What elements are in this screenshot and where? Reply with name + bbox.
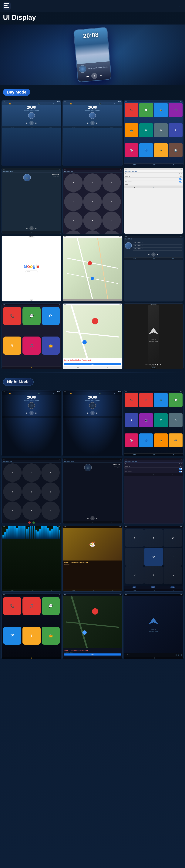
night-nav-4[interactable]: ⚙ (53, 393, 54, 395)
dial-9[interactable]: 9 (102, 212, 121, 230)
night-carplay-maps[interactable]: 🗺 (3, 627, 21, 645)
night-app-radio[interactable]: 📻 (154, 433, 168, 447)
nav-icon-6[interactable]: 🎵 (85, 103, 86, 104)
night-nav-3[interactable]: 📺 (38, 393, 40, 395)
turn-arrow-r[interactable]: → (163, 548, 182, 565)
play-btn-2[interactable]: ⏸ (90, 121, 95, 125)
app-maps[interactable]: 🗺 (139, 123, 153, 137)
night-nav-8[interactable]: ⚙ (114, 393, 115, 395)
night-nav-5[interactable]: 📻 (70, 393, 72, 395)
app-chat[interactable]: 💬 (139, 103, 153, 117)
night-carplay-music[interactable]: 🎵 (23, 597, 41, 615)
night-app-camera[interactable]: 📷 (139, 413, 153, 427)
night-app-maps[interactable]: 🗺 (154, 413, 168, 427)
app-storage[interactable]: 💾 (168, 143, 183, 157)
night-app-phone[interactable]: 📞 (125, 393, 138, 407)
turn-arrow-br[interactable]: ↘ (163, 566, 182, 584)
nav-apps-gps[interactable]: GPS (153, 164, 155, 165)
night-bt-prev[interactable]: ⏮ (87, 517, 89, 519)
night-carplay-messages[interactable]: 💬 (42, 597, 60, 615)
dial-2[interactable]: 2 (83, 174, 102, 192)
app-wifi[interactable]: 🔵 (139, 143, 153, 157)
night-answer-call[interactable]: 📞 (32, 522, 35, 524)
bt-prev[interactable]: ⏮ (26, 227, 28, 229)
nav-icon-7[interactable]: 📺 (99, 103, 101, 104)
prev-btn-1[interactable]: ⏮ (26, 122, 28, 124)
night-dial-5[interactable]: 5 (22, 483, 41, 501)
nav-apps-bt[interactable]: BT (173, 164, 174, 165)
nav-opt-3[interactable]: AUTO (170, 586, 175, 588)
social-next[interactable]: ⏭ (157, 254, 159, 256)
carplay-phone[interactable]: 📞 (3, 307, 21, 325)
nav-icon-2[interactable]: 🎵 (23, 103, 25, 104)
social-track-1[interactable]: 华乐_01.网络.mp3 (133, 242, 182, 245)
dial-6[interactable]: 6 (102, 192, 121, 211)
social-track-3[interactable]: 华乐_01.网络.mp3 (133, 248, 182, 251)
app-radio2[interactable]: 📻 (154, 143, 168, 157)
dial-star[interactable]: * (64, 230, 83, 234)
night-not-playing-next[interactable]: ⏭ (181, 654, 183, 656)
nav-auto[interactable]: AUTO (50, 126, 52, 128)
nav-email[interactable]: EMAIL (11, 126, 14, 128)
night-dial-2[interactable]: 2 (22, 463, 41, 482)
night-prev-2[interactable]: ⏮ (87, 412, 89, 414)
night-dial-3[interactable]: 3 (41, 463, 60, 482)
night-prev-1[interactable]: ⏮ (26, 412, 28, 414)
auto-connect-toggle[interactable] (179, 181, 182, 183)
nav-opt-2[interactable]: NIGHT (151, 586, 156, 588)
dial-3[interactable]: 3 (102, 174, 121, 192)
turn-arrow-tr[interactable]: ↗ (163, 529, 182, 547)
night-app-chat[interactable]: 💬 (168, 393, 183, 407)
night-go-button[interactable]: GO (64, 653, 121, 655)
night-bt-play[interactable]: ⏸ (90, 516, 95, 520)
play-btn-1[interactable]: ⏸ (29, 121, 34, 125)
nav-icon-5[interactable]: 📻 (70, 103, 72, 104)
night-not-playing-prev[interactable]: ⏮ (175, 654, 177, 656)
night-nav-6[interactable]: 🎵 (85, 393, 86, 395)
night-play-1[interactable]: ⏸ (29, 411, 34, 415)
night-carplay-phone[interactable]: 📞 (3, 597, 21, 615)
nav-icon-8[interactable]: ⚙ (114, 103, 115, 104)
nav-icon-3[interactable]: 📺 (38, 103, 40, 104)
hero-play-button[interactable]: ⏸ (91, 72, 98, 79)
prev-btn-2[interactable]: ⏮ (87, 122, 89, 124)
dial-hash[interactable]: # (102, 230, 121, 234)
not-playing-play[interactable]: ▶ (157, 364, 159, 366)
menu-button[interactable] (3, 2, 10, 10)
carplay-music[interactable]: 🎵 (23, 337, 41, 354)
turn-arrow-t[interactable]: ↑ (144, 529, 163, 547)
night-app-tv[interactable]: 📺 (154, 393, 168, 407)
carplay-radio[interactable]: 📻 (42, 337, 60, 354)
night-nav-1[interactable]: 📻 (9, 393, 11, 395)
hero-next-icon[interactable]: ⏭ (100, 74, 102, 77)
hero-prev-icon[interactable]: ⏮ (86, 75, 89, 78)
dial-1[interactable]: 1 (64, 174, 83, 192)
not-playing-next[interactable]: ⏭ (160, 364, 162, 366)
night-app-mic[interactable]: 🎙 (125, 413, 138, 427)
night-nav-7[interactable]: 📺 (99, 393, 101, 395)
turn-arrow-b[interactable]: ↓ (144, 566, 163, 584)
bt-next[interactable]: ⏭ (35, 227, 36, 229)
carplay-messages[interactable]: 💬 (23, 307, 41, 325)
night-dial-6[interactable]: 6 (41, 483, 60, 501)
night-auto-answer-toggle[interactable] (179, 468, 182, 470)
app-tv[interactable]: 📺 (125, 123, 138, 137)
dial-5[interactable]: 5 (83, 192, 102, 211)
go-button[interactable]: GO (64, 363, 121, 365)
night-dial-4[interactable]: 4 (3, 483, 22, 501)
nav-apps-email[interactable]: EMAIL (133, 164, 136, 165)
next-btn-2[interactable]: ⏭ (96, 122, 98, 124)
social-prev[interactable]: ⏮ (149, 254, 150, 256)
turn-arrow-l[interactable]: ← (125, 548, 144, 565)
night-carplay-podcast[interactable]: 🎙 (23, 627, 41, 645)
app-bt[interactable]: 📡 (125, 143, 138, 157)
nav-opt-1[interactable]: DAY (133, 586, 136, 588)
night-nav-2[interactable]: 🎵 (23, 393, 25, 395)
social-play[interactable]: ⏸ (151, 252, 156, 256)
night-dial-1[interactable]: 1 (3, 463, 22, 482)
night-play-2[interactable]: ⏸ (90, 411, 95, 415)
night-not-playing-play[interactable]: ▶ (178, 654, 180, 656)
google-search-bar[interactable]: Search (25, 271, 38, 273)
app-radio[interactable]: 📻 (154, 103, 168, 117)
dial-0[interactable]: 0 (83, 230, 102, 234)
